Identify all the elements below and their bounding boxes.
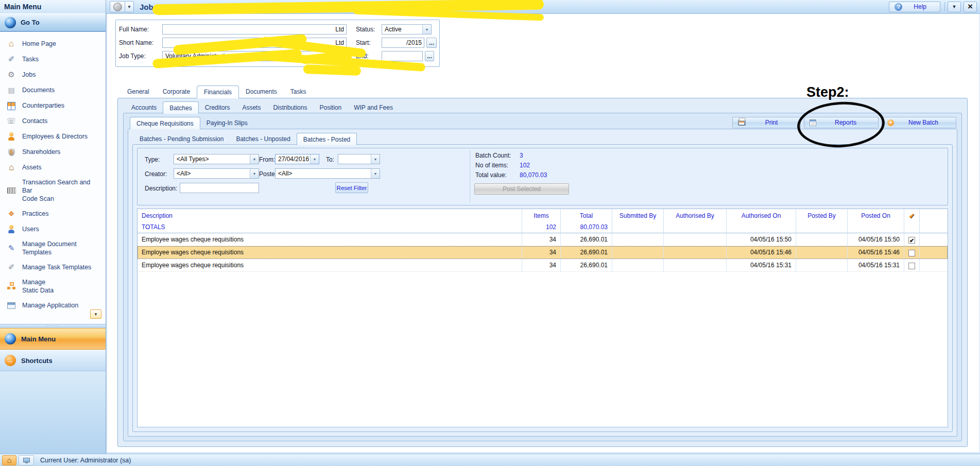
user-icon xyxy=(6,225,16,234)
chevron-down-icon[interactable] xyxy=(371,169,380,178)
table-row[interactable]: Employee wages cheque requisitions 34 26… xyxy=(137,259,948,272)
sidebar-item-documents[interactable]: Documents xyxy=(5,82,106,98)
to-date-picker[interactable] xyxy=(338,154,380,164)
start-date-browse-button[interactable]: ... xyxy=(426,38,437,48)
print-button[interactable]: Print xyxy=(732,117,801,128)
help-button[interactable]: Help xyxy=(889,2,940,12)
tab-assets[interactable]: Assets xyxy=(236,101,267,113)
sidebar-title: Main Menu xyxy=(0,0,106,13)
tab-batches-unposted[interactable]: Batches - Unposted xyxy=(230,133,296,145)
no-of-items-label: No of items: xyxy=(475,162,508,169)
end-date-browse-button[interactable]: ... xyxy=(425,51,434,61)
start-date-field[interactable]: /2015 xyxy=(382,38,424,48)
column-header-authorised-on[interactable]: Authorised On xyxy=(727,209,796,222)
total-value: 80,070.03 xyxy=(520,171,547,179)
from-label: From: xyxy=(259,156,275,163)
sidebar: Main Menu Go To Home Page Tasks Jobs Doc… xyxy=(0,0,106,454)
column-header-posted-on[interactable]: Posted On xyxy=(848,209,904,222)
status-dropdown[interactable]: Active xyxy=(382,24,432,34)
arrow-circle-icon xyxy=(5,355,16,366)
sidebar-item-tasks[interactable]: Tasks xyxy=(5,51,106,67)
column-header-posted-by[interactable]: Posted By xyxy=(796,209,848,222)
reset-filter-button[interactable]: Reset Filter xyxy=(335,182,368,193)
tab-batches[interactable]: Batches xyxy=(163,101,198,114)
sidebar-item-transaction-search[interactable]: Transaction Search and Bar Code Scan xyxy=(5,175,106,206)
job-type-dropdown[interactable]: Voluntary Administration xyxy=(162,51,347,61)
sidebar-item-home-page[interactable]: Home Page xyxy=(5,36,106,51)
org-chart-icon xyxy=(6,282,16,291)
sidebar-item-counterparties[interactable]: Counterparties xyxy=(5,98,106,113)
sidebar-group-goto[interactable]: Go To xyxy=(0,13,106,32)
description-filter-input[interactable] xyxy=(180,183,259,193)
chevron-down-icon[interactable] xyxy=(422,25,431,34)
post-selected-button[interactable]: Post Selected xyxy=(474,183,569,195)
shortcuts-footer-button[interactable]: Shortcuts xyxy=(0,350,106,371)
table-row[interactable]: Employee wages cheque requisitions 34 26… xyxy=(137,233,948,246)
column-header-checkmark[interactable] xyxy=(904,209,920,222)
sidebar-splitter[interactable] xyxy=(0,324,106,328)
tab-general[interactable]: General xyxy=(121,85,156,98)
column-header-total[interactable]: Total xyxy=(561,209,612,222)
sidebar-item-employees-directors[interactable]: Employees & Directors xyxy=(5,129,106,144)
chevron-down-icon[interactable] xyxy=(310,154,319,164)
tab-tasks[interactable]: Tasks xyxy=(284,85,313,98)
chevron-down-icon[interactable] xyxy=(250,154,259,164)
tab-financials[interactable]: Financials xyxy=(197,85,239,98)
chevron-down-icon[interactable] xyxy=(371,154,380,164)
reports-button[interactable]: Reports Step2: xyxy=(804,117,879,128)
tab-cheque-requisitions[interactable]: Cheque Requisitions xyxy=(130,117,200,129)
chevron-down-icon[interactable] xyxy=(337,51,346,61)
short-name-field[interactable]: Ltd xyxy=(162,38,347,48)
tab-corporate[interactable]: Corporate xyxy=(156,85,197,98)
sidebar-item-manage-document-templates[interactable]: Manage Document Templates xyxy=(5,237,106,260)
tab-documents[interactable]: Documents xyxy=(239,85,284,98)
job-icon-button[interactable] xyxy=(110,1,125,12)
tab-creditors[interactable]: Creditors xyxy=(199,101,236,113)
statusbar-tasks-button[interactable] xyxy=(19,455,34,465)
sidebar-item-practices[interactable]: Practices xyxy=(5,206,106,221)
row-checkbox[interactable]: ✔ xyxy=(908,237,915,244)
table-row-selected[interactable]: Employee wages cheque requisitions 34 26… xyxy=(137,246,948,259)
tab-position[interactable]: Position xyxy=(313,101,348,113)
step2-annotation: Step2: xyxy=(806,84,849,100)
sidebar-item-users[interactable]: Users xyxy=(5,221,106,237)
chevron-down-icon[interactable] xyxy=(250,169,259,178)
end-date-field[interactable] xyxy=(382,51,423,61)
sidebar-item-jobs[interactable]: Jobs xyxy=(5,67,106,82)
row-checkbox[interactable] xyxy=(908,250,915,256)
sidebar-item-manage-static-data[interactable]: Manage Static Data xyxy=(5,275,106,298)
close-button[interactable] xyxy=(964,2,977,12)
tab-wip-and-fees[interactable]: WIP and Fees xyxy=(348,101,399,113)
type-dropdown[interactable]: <All Types> xyxy=(174,154,259,164)
column-header-items[interactable]: Items xyxy=(522,209,561,222)
tab-distributions[interactable]: Distributions xyxy=(267,101,313,113)
tab-accounts[interactable]: Accounts xyxy=(125,101,163,113)
main-menu-footer-button[interactable]: Main Menu xyxy=(0,328,106,350)
poster-dropdown[interactable]: <All> xyxy=(275,168,380,179)
tab-batches-pending-submission[interactable]: Batches - Pending Submission xyxy=(133,133,230,145)
practices-icon xyxy=(6,209,16,218)
sidebar-item-assets[interactable]: Assets xyxy=(5,160,106,175)
column-header-description[interactable]: Description xyxy=(137,209,522,222)
tab-batches-posted[interactable]: Batches - Posted xyxy=(297,133,357,145)
menu-overflow-button[interactable] xyxy=(90,309,101,319)
sidebar-item-contacts[interactable]: Contacts xyxy=(5,113,106,129)
column-header-submitted-by[interactable]: Submitted By xyxy=(612,209,664,222)
new-batch-button[interactable]: New Batch xyxy=(882,117,956,128)
sidebar-item-manage-task-templates[interactable]: Manage Task Templates xyxy=(5,260,106,275)
barcode-icon xyxy=(6,186,16,195)
statusbar-home-button[interactable] xyxy=(2,455,16,465)
from-date-picker[interactable]: 27/04/2016 xyxy=(275,154,319,164)
creator-dropdown[interactable]: <All> xyxy=(174,168,259,179)
monitor-icon xyxy=(23,458,30,462)
row-checkbox[interactable] xyxy=(908,263,915,269)
sidebar-item-shareholders[interactable]: Shareholders xyxy=(5,144,106,160)
job-details-groupbox: Full Name: Ltd Short Name: Ltd Job Type:… xyxy=(115,20,440,67)
full-name-field[interactable]: Ltd xyxy=(162,24,347,34)
assets-house-icon xyxy=(6,163,16,172)
window-menu-caret-button[interactable] xyxy=(948,2,961,12)
column-header-authorised-by[interactable]: Authorised By xyxy=(664,209,727,222)
job-type-label: Job Type: xyxy=(119,53,146,60)
job-icon-dropdown[interactable] xyxy=(125,1,134,12)
tab-paying-in-slips[interactable]: Paying-In Slips xyxy=(200,117,254,129)
